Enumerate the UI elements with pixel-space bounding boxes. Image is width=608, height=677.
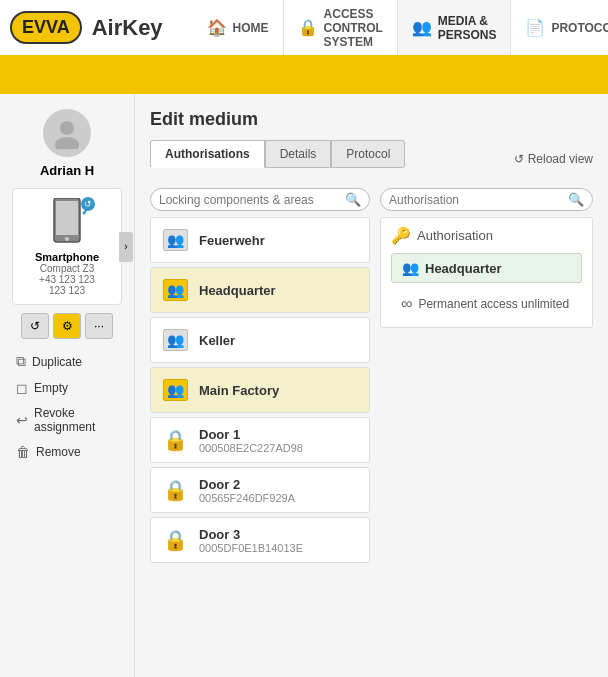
sidebar: Adrian H ↺ Smartp [0, 94, 135, 677]
headquarter-label: Headquarter [199, 283, 276, 298]
list-item-door2[interactable]: 🔒 Door 2 00565F246DF929A [150, 467, 370, 513]
right-search-bar[interactable]: 🔍 [380, 188, 593, 211]
nav-media-label: MEDIA & PERSONS [438, 14, 497, 42]
top-bar: EVVA AirKey 🏠 HOME 🔒 ACCESS CONTROL SYST… [0, 0, 608, 58]
reload-label: Reload view [528, 152, 593, 166]
left-search-input[interactable] [159, 193, 341, 207]
lock-nav-icon: 🔒 [298, 18, 318, 37]
auth-header-icon: 🔑 [391, 226, 411, 245]
device-phone2: 123 123 [49, 285, 85, 296]
remove-action[interactable]: 🗑 Remove [10, 440, 124, 464]
door3-label: Door 3 [199, 527, 303, 542]
list-item-keller[interactable]: 👥 Keller [150, 317, 370, 363]
lock-icon-door2: 🔒 [159, 474, 191, 506]
duplicate-action[interactable]: ⧉ Duplicate [10, 349, 124, 374]
revoke-action[interactable]: ↩ Revoke assignment [10, 402, 124, 438]
auth-detail: ∞ Permanent access unlimited [391, 289, 582, 319]
sync-indicator: ↺ [81, 197, 95, 211]
doc-icon: 📄 [525, 18, 545, 37]
nav-protocols[interactable]: 📄 PROTOCOLS [511, 0, 608, 55]
nav-access[interactable]: 🔒 ACCESS CONTROL SYSTEM [284, 0, 398, 55]
components-list: 👥 Feuerwehr 👥 Headquarter [150, 217, 370, 662]
nav-home-label: HOME [233, 21, 269, 35]
auth-item-label: Headquarter [425, 261, 502, 276]
tab-protocol[interactable]: Protocol [331, 140, 405, 168]
lock-icon-door1: 🔒 [159, 424, 191, 456]
device-phone: +43 123 123 [39, 274, 95, 285]
nav-protocols-label: PROTOCOLS [551, 21, 608, 35]
right-search-icon: 🔍 [568, 192, 584, 207]
duplicate-icon: ⧉ [16, 353, 26, 370]
action-icons: ↺ ⚙ ··· [21, 313, 113, 339]
revoke-icon: ↩ [16, 412, 28, 428]
tabs: Authorisations Details Protocol [150, 140, 405, 168]
more-icon-btn[interactable]: ··· [85, 313, 113, 339]
feuerwehr-label: Feuerwehr [199, 233, 265, 248]
tab-authorisations[interactable]: Authorisations [150, 140, 265, 168]
right-panel: 🔍 🔑 Authorisation 👥 Headquarter ∞ Perman… [380, 188, 593, 662]
door2-label: Door 2 [199, 477, 295, 492]
auth-item-icon: 👥 [402, 260, 419, 276]
content-area: Edit medium Authorisations Details Proto… [135, 94, 608, 677]
app-title: AirKey [92, 15, 163, 41]
remove-icon: 🗑 [16, 444, 30, 460]
nav-access-label: ACCESS CONTROL SYSTEM [324, 7, 383, 49]
refresh-icon-btn[interactable]: ↺ [21, 313, 49, 339]
duplicate-label: Duplicate [32, 355, 82, 369]
device-box: ↺ Smartphone Compact Z3 +43 123 123 123 … [12, 188, 122, 305]
left-panel: 🔍 👥 Feuerwehr 👥 H [150, 188, 370, 662]
revoke-label: Revoke assignment [34, 406, 118, 434]
avatar [43, 109, 91, 157]
list-item-door1[interactable]: 🔒 Door 1 000508E2C227AD98 [150, 417, 370, 463]
auth-selected-item[interactable]: 👥 Headquarter [391, 253, 582, 283]
svg-point-4 [65, 237, 69, 241]
left-search-icon: 🔍 [345, 192, 361, 207]
empty-action[interactable]: ◻ Empty [10, 376, 124, 400]
auth-access-label: Permanent access unlimited [418, 297, 569, 311]
list-item-feuerwehr[interactable]: 👥 Feuerwehr [150, 217, 370, 263]
remove-label: Remove [36, 445, 81, 459]
main-factory-label: Main Factory [199, 383, 279, 398]
svg-point-0 [60, 121, 74, 135]
auth-header: 🔑 Authorisation [391, 226, 582, 245]
settings-icon-btn[interactable]: ⚙ [53, 313, 81, 339]
door2-sub: 00565F246DF929A [199, 492, 295, 504]
user-name: Adrian H [40, 163, 94, 178]
right-search-input[interactable] [389, 193, 564, 207]
nav-home[interactable]: 🏠 HOME [193, 0, 284, 55]
group-icon-keller: 👥 [159, 324, 191, 356]
yellow-strip [0, 58, 608, 94]
list-item-headquarter[interactable]: 👥 Headquarter [150, 267, 370, 313]
infinity-icon: ∞ [401, 295, 412, 313]
device-model: Compact Z3 [40, 263, 94, 274]
auth-card: 🔑 Authorisation 👥 Headquarter ∞ Permanen… [380, 217, 593, 328]
reload-button[interactable]: ↺ Reload view [514, 152, 593, 166]
tab-details[interactable]: Details [265, 140, 332, 168]
svg-point-1 [55, 137, 79, 149]
door3-sub: 0005DF0E1B14013E [199, 542, 303, 554]
main-layout: Adrian H ↺ Smartp [0, 94, 608, 677]
group-icon-feuerwehr: 👥 [159, 224, 191, 256]
reload-icon: ↺ [514, 152, 524, 166]
auth-header-label: Authorisation [417, 228, 493, 243]
group-icon-main-factory: 👥 [159, 374, 191, 406]
svg-point-5 [83, 212, 86, 215]
door1-sub: 000508E2C227AD98 [199, 442, 303, 454]
lock-icon-door3: 🔒 [159, 524, 191, 556]
group-icon-headquarter: 👥 [159, 274, 191, 306]
page-title: Edit medium [150, 109, 593, 130]
nav-media[interactable]: 👥 MEDIA & PERSONS [398, 0, 512, 55]
logo: EVVA [10, 11, 82, 44]
door1-label: Door 1 [199, 427, 303, 442]
empty-label: Empty [34, 381, 68, 395]
expand-button[interactable]: › [119, 232, 133, 262]
panels: 🔍 👥 Feuerwehr 👥 H [150, 188, 593, 662]
list-item-main-factory[interactable]: 👥 Main Factory [150, 367, 370, 413]
home-icon: 🏠 [207, 18, 227, 37]
keller-label: Keller [199, 333, 235, 348]
left-search-bar[interactable]: 🔍 [150, 188, 370, 211]
people-icon: 👥 [412, 18, 432, 37]
avatar-icon [51, 117, 83, 149]
list-item-door3[interactable]: 🔒 Door 3 0005DF0E1B14013E [150, 517, 370, 563]
device-name: Smartphone [35, 251, 99, 263]
